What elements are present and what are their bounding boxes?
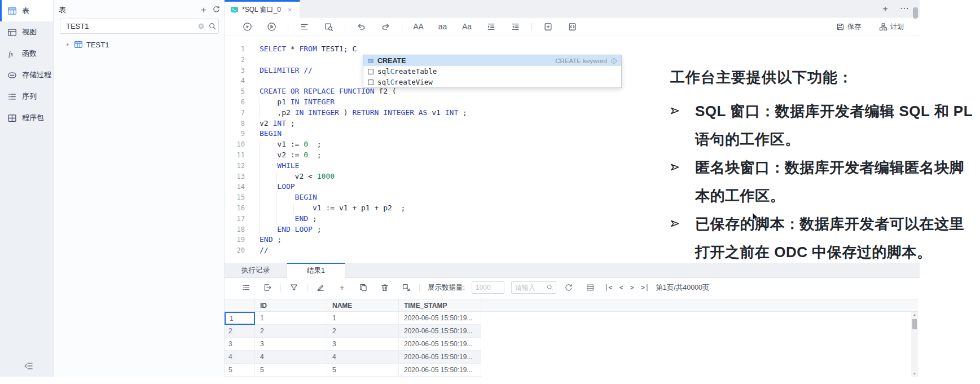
data-cell[interactable]: 2020-06-05 15:50:19... bbox=[399, 364, 481, 377]
code-line[interactable]: CREATE OR REPLACE FUNCTION f2 ( bbox=[260, 86, 467, 97]
snippet-button[interactable] bbox=[543, 22, 553, 32]
export-button[interactable] bbox=[263, 283, 272, 292]
code-line[interactable]: v1 := v1 + p1 + p2 ; bbox=[260, 203, 467, 214]
format-button[interactable] bbox=[300, 22, 309, 32]
plan-button[interactable]: 计划 bbox=[879, 17, 904, 36]
code-line[interactable]: v2 INT ; bbox=[260, 118, 467, 129]
code-line[interactable]: WHILE bbox=[260, 161, 467, 171]
autocomplete-item-selected[interactable]: CREATE CREATE keyword bbox=[363, 55, 621, 66]
data-cell[interactable]: 1 bbox=[327, 312, 399, 325]
add-row-button[interactable]: + bbox=[337, 283, 346, 292]
row-number-cell[interactable]: 1 bbox=[225, 312, 255, 325]
run-selection-button[interactable] bbox=[267, 22, 276, 32]
grid-view-icon[interactable] bbox=[586, 283, 595, 292]
search-icon[interactable] bbox=[546, 284, 553, 291]
sidebar-item-6[interactable]: 程序包 bbox=[0, 107, 53, 129]
data-cell[interactable]: 2 bbox=[255, 325, 327, 338]
column-header[interactable] bbox=[225, 299, 255, 311]
column-header[interactable]: TIME_STAMP bbox=[399, 299, 481, 311]
sidebar-item-1[interactable]: 表 bbox=[0, 0, 53, 21]
data-cell[interactable]: 2020-06-05 15:50:19... bbox=[399, 351, 481, 364]
outdent-button[interactable] bbox=[511, 22, 520, 32]
scroll-down-icon[interactable]: ▼ bbox=[911, 372, 918, 376]
tab-sql-window[interactable]: *SQL 窗口_0 × bbox=[225, 0, 300, 17]
row-number-cell[interactable]: 4 bbox=[225, 351, 255, 364]
page-button[interactable]: >| bbox=[641, 284, 649, 292]
code-line[interactable]: END ; bbox=[260, 214, 467, 224]
uppercase-button[interactable]: AA bbox=[414, 22, 423, 32]
data-cell[interactable]: 3 bbox=[255, 338, 327, 351]
tree-node-test1[interactable]: TEST1 bbox=[54, 37, 224, 52]
row-number-cell[interactable]: 2 bbox=[225, 325, 255, 338]
column-header[interactable]: NAME bbox=[327, 299, 399, 311]
code-line[interactable]: // bbox=[260, 245, 467, 256]
data-cell[interactable]: 3 bbox=[327, 338, 399, 351]
run-button[interactable] bbox=[243, 22, 252, 32]
grid-scrollbar-thumb[interactable] bbox=[912, 319, 917, 329]
column-header[interactable]: ID bbox=[255, 299, 327, 311]
sidebar-item-3[interactable]: fx函数 bbox=[0, 43, 53, 64]
autocomplete-item[interactable]: sqlCreateView bbox=[363, 77, 621, 87]
collapse-sidebar-icon[interactable] bbox=[24, 361, 34, 371]
add-table-icon[interactable]: + bbox=[199, 5, 208, 14]
page-button[interactable]: |< bbox=[604, 284, 612, 292]
page-button[interactable]: > bbox=[630, 284, 634, 292]
tree-search-input[interactable] bbox=[65, 21, 186, 31]
code-line[interactable]: v2 := 0 ; bbox=[260, 150, 467, 161]
tab-execution-record[interactable]: 执行记录 bbox=[225, 263, 287, 278]
select-cell-button[interactable] bbox=[402, 283, 411, 292]
row-number-cell[interactable]: 3 bbox=[225, 338, 255, 351]
autocomplete-item[interactable]: sqlCreateTable bbox=[363, 66, 621, 77]
data-cell[interactable]: 2020-06-05 15:50:19... bbox=[399, 325, 481, 338]
grid-scrollbar[interactable]: ▲ ▼ bbox=[911, 312, 918, 377]
search-icon[interactable] bbox=[208, 22, 217, 30]
data-cell[interactable]: 2020-06-05 15:50:19... bbox=[399, 338, 481, 351]
code-line[interactable]: BEGIN bbox=[260, 129, 467, 139]
data-cell[interactable]: 2020-06-05 15:50:19... bbox=[399, 312, 481, 325]
data-cell[interactable]: 2 bbox=[327, 325, 399, 338]
refresh-tree-icon[interactable] bbox=[212, 5, 221, 14]
data-cell[interactable]: 1 bbox=[255, 312, 327, 325]
page-button[interactable]: < bbox=[619, 284, 623, 292]
capitalize-button[interactable]: Aa bbox=[462, 22, 472, 32]
display-count-input[interactable] bbox=[472, 281, 504, 294]
edit-button[interactable] bbox=[316, 283, 325, 292]
more-tabs-icon[interactable]: ⋯ bbox=[899, 3, 909, 14]
lowercase-button[interactable]: aa bbox=[438, 22, 447, 32]
clear-search-icon[interactable] bbox=[197, 23, 205, 30]
sidebar-item-4[interactable]: 存储过程 bbox=[0, 64, 53, 86]
code-line[interactable]: v2 < 1000 bbox=[260, 171, 467, 182]
data-cell[interactable]: 5 bbox=[255, 364, 327, 377]
template-button[interactable] bbox=[568, 22, 577, 32]
code-line[interactable]: SELECT * FROM TEST1; C bbox=[260, 44, 467, 55]
caret-right-icon[interactable] bbox=[65, 42, 71, 47]
data-cell[interactable]: 5 bbox=[327, 364, 399, 377]
code-line[interactable]: v1 := 0 ; bbox=[260, 139, 467, 150]
undo-button[interactable] bbox=[357, 22, 366, 32]
find-replace-button[interactable] bbox=[324, 22, 333, 32]
sidebar-item-5[interactable]: 序列 bbox=[0, 86, 53, 107]
sidebar-item-2[interactable]: 视图 bbox=[0, 21, 53, 43]
result-list-button[interactable] bbox=[241, 283, 251, 292]
scroll-up-icon[interactable]: ▲ bbox=[911, 313, 918, 316]
code-line[interactable]: END LOOP ; bbox=[260, 224, 467, 235]
row-number-cell[interactable]: 5 bbox=[225, 364, 255, 377]
code-line[interactable]: BEGIN bbox=[260, 192, 467, 203]
save-button[interactable]: 保存 bbox=[836, 17, 861, 36]
editor-scrollbar-thumb[interactable] bbox=[913, 7, 918, 19]
indent-button[interactable] bbox=[486, 22, 496, 32]
code-line[interactable]: p1 IN INTEGER bbox=[260, 97, 467, 108]
data-cell[interactable]: 4 bbox=[327, 351, 399, 364]
delete-row-button[interactable] bbox=[380, 283, 389, 292]
code-line[interactable]: LOOP bbox=[260, 182, 467, 192]
tab-result-1[interactable]: 结果1 bbox=[287, 263, 345, 278]
code-line[interactable]: ,p2 IN INTEGER ) RETURN INTEGER AS v1 IN… bbox=[260, 108, 467, 118]
close-tab-icon[interactable]: × bbox=[285, 6, 294, 14]
refresh-result-icon[interactable] bbox=[564, 283, 573, 292]
code-line[interactable]: END ; bbox=[260, 235, 467, 245]
data-cell[interactable]: 4 bbox=[255, 351, 327, 364]
new-tab-icon[interactable]: + bbox=[880, 3, 890, 14]
info-icon[interactable] bbox=[610, 58, 617, 64]
filter-button[interactable] bbox=[289, 283, 298, 292]
copy-row-button[interactable] bbox=[359, 283, 368, 292]
